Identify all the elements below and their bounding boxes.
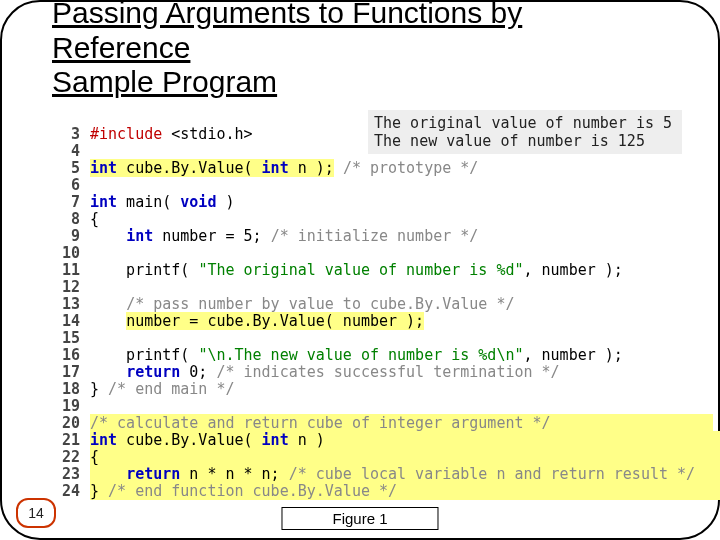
code-line: 9 int number = 5; /* initialize number *…: [42, 228, 684, 245]
line-number: 11: [42, 262, 90, 279]
code-line: 19: [42, 398, 684, 415]
code-content: int cube.By.Value( int n ); /* prototype…: [90, 160, 478, 177]
line-number: 9: [42, 228, 90, 245]
line-number: 20: [42, 415, 90, 432]
code-content: } /* end main */: [90, 381, 235, 398]
code-line: 10: [42, 245, 684, 262]
code-content: } /* end function cube.By.Value */: [90, 483, 720, 500]
slide-title: Passing Arguments to Functions byReferen…: [52, 0, 522, 100]
code-content: int cube.By.Value( int n ): [90, 432, 720, 449]
code-line: 6: [42, 177, 684, 194]
code-line: 16 printf( "\n.The new value of number i…: [42, 347, 684, 364]
line-number: 6: [42, 177, 90, 194]
line-number: 21: [42, 432, 90, 449]
code-line: 12: [42, 279, 684, 296]
code-line: 15: [42, 330, 684, 347]
code-content: number = cube.By.Value( number );: [90, 313, 424, 330]
line-number: 19: [42, 398, 90, 415]
code-line: 3#include <stdio.h>: [42, 126, 684, 143]
code-line: 17 return 0; /* indicates successful ter…: [42, 364, 684, 381]
code-line: 8{: [42, 211, 684, 228]
code-line: 13 /* pass number by value to cube.By.Va…: [42, 296, 684, 313]
code-content: printf( "\n.The new value of number is %…: [90, 347, 623, 364]
code-line: 4: [42, 143, 684, 160]
line-number: 10: [42, 245, 90, 262]
code-line: 22{: [42, 449, 684, 466]
code-content: /* calculate and return cube of integer …: [90, 415, 713, 432]
code-listing: 3#include <stdio.h>45int cube.By.Value( …: [42, 126, 684, 500]
line-number: 5: [42, 160, 90, 177]
code-line: 18} /* end main */: [42, 381, 684, 398]
code-line: 14 number = cube.By.Value( number );: [42, 313, 684, 330]
line-number: 4: [42, 143, 90, 160]
line-number: 22: [42, 449, 90, 466]
code-content: /* pass number by value to cube.By.Value…: [90, 296, 514, 313]
line-number: 16: [42, 347, 90, 364]
line-number: 18: [42, 381, 90, 398]
line-number: 7: [42, 194, 90, 211]
line-number: 24: [42, 483, 90, 500]
code-line: 21int cube.By.Value( int n ): [42, 432, 684, 449]
figure-caption: Figure 1: [281, 507, 438, 530]
page-number-badge: 14: [16, 498, 56, 528]
code-line: 24} /* end function cube.By.Value */: [42, 483, 684, 500]
code-content: {: [90, 449, 720, 466]
code-line: 23 return n * n * n; /* cube local varia…: [42, 466, 684, 483]
code-content: printf( "The original value of number is…: [90, 262, 623, 279]
code-content: return 0; /* indicates successful termin…: [90, 364, 560, 381]
code-line: 7int main( void ): [42, 194, 684, 211]
line-number: 17: [42, 364, 90, 381]
line-number: 14: [42, 313, 90, 330]
slide-frame: Passing Arguments to Functions byReferen…: [0, 0, 720, 540]
line-number: 12: [42, 279, 90, 296]
code-content: int number = 5; /* initialize number */: [90, 228, 478, 245]
line-number: 23: [42, 466, 90, 483]
line-number: 15: [42, 330, 90, 347]
line-number: 13: [42, 296, 90, 313]
code-line: 20/* calculate and return cube of intege…: [42, 415, 684, 432]
code-content: int main( void ): [90, 194, 235, 211]
line-number: 8: [42, 211, 90, 228]
line-number: 3: [42, 126, 90, 143]
code-content: return n * n * n; /* cube local variable…: [90, 466, 720, 483]
code-content: {: [90, 211, 99, 228]
code-line: 5int cube.By.Value( int n ); /* prototyp…: [42, 160, 684, 177]
code-content: #include <stdio.h>: [90, 126, 253, 143]
code-line: 11 printf( "The original value of number…: [42, 262, 684, 279]
